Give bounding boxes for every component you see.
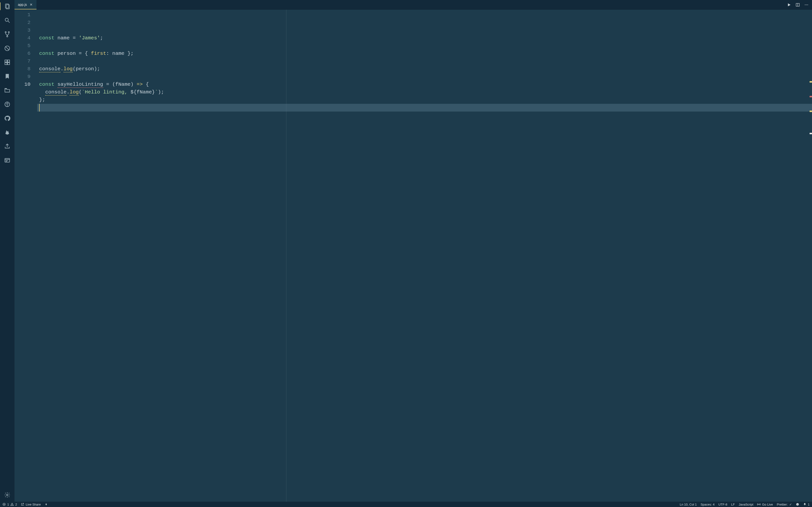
check-icon: ✓ bbox=[789, 503, 792, 506]
bookmark-icon[interactable] bbox=[3, 72, 12, 80]
svg-rect-9 bbox=[5, 60, 7, 62]
status-prettier[interactable]: Prettier: ✓ bbox=[777, 503, 792, 506]
svg-point-23 bbox=[807, 4, 808, 5]
extensions-icon[interactable] bbox=[3, 58, 12, 67]
code-line[interactable] bbox=[37, 42, 812, 50]
notifications-count: 1 bbox=[808, 503, 810, 506]
code-line[interactable]: const sayHelloLinting = (fName) => { bbox=[37, 80, 812, 89]
svg-point-30 bbox=[796, 503, 799, 506]
line-number-gutter: 12345678910 bbox=[14, 10, 37, 502]
firebase-icon[interactable] bbox=[3, 128, 12, 137]
code-line[interactable] bbox=[37, 57, 812, 65]
svg-rect-11 bbox=[5, 62, 7, 65]
svg-point-18 bbox=[6, 494, 8, 496]
code-line[interactable] bbox=[37, 73, 812, 80]
status-encoding[interactable]: UTF-8 bbox=[718, 503, 727, 506]
line-number: 7 bbox=[14, 57, 37, 65]
line-number: 3 bbox=[14, 26, 37, 34]
status-live-share[interactable]: Live Share bbox=[21, 503, 41, 506]
code-line[interactable]: console.log(person); bbox=[37, 65, 812, 73]
svg-rect-12 bbox=[7, 62, 10, 65]
overview-mark[interactable] bbox=[810, 133, 812, 134]
overview-mark[interactable] bbox=[810, 81, 812, 82]
explorer-icon[interactable] bbox=[3, 2, 12, 11]
project-manager-icon[interactable] bbox=[3, 86, 12, 95]
code-line[interactable] bbox=[37, 104, 812, 112]
more-actions-icon[interactable] bbox=[804, 3, 809, 7]
status-quick-action[interactable] bbox=[45, 503, 48, 506]
line-number: 10 bbox=[14, 80, 37, 89]
svg-point-5 bbox=[8, 32, 9, 33]
editor[interactable]: 12345678910 const name = 'James';const p… bbox=[14, 10, 812, 502]
svg-point-6 bbox=[7, 36, 8, 37]
share-icon[interactable] bbox=[3, 142, 12, 151]
search-icon[interactable] bbox=[3, 16, 12, 24]
status-cursor-position[interactable]: Ln 10, Col 1 bbox=[680, 503, 697, 506]
debug-icon[interactable] bbox=[3, 44, 12, 53]
svg-line-3 bbox=[8, 21, 10, 23]
source-control-icon[interactable] bbox=[3, 30, 12, 39]
git-graph-icon[interactable] bbox=[3, 100, 12, 109]
activity-bar bbox=[0, 0, 14, 502]
svg-rect-10 bbox=[7, 60, 10, 62]
code-line[interactable]: const name = 'James'; bbox=[37, 34, 812, 42]
overview-mark[interactable] bbox=[810, 111, 812, 112]
line-number: 4 bbox=[14, 34, 37, 42]
status-feedback[interactable] bbox=[796, 503, 799, 506]
status-bar: 1 2 Live Share Ln 10, Col 1 Spaces: 4 UT… bbox=[0, 502, 812, 507]
svg-point-29 bbox=[759, 504, 759, 505]
status-eol[interactable]: LF bbox=[731, 503, 735, 506]
svg-line-8 bbox=[5, 46, 9, 50]
svg-point-28 bbox=[12, 505, 12, 505]
svg-point-2 bbox=[5, 18, 8, 21]
status-go-live[interactable]: Go Live bbox=[757, 503, 773, 506]
status-language-mode[interactable]: JavaScript bbox=[739, 503, 754, 506]
line-number: 8 bbox=[14, 65, 37, 73]
overview-ruler[interactable] bbox=[809, 10, 812, 502]
overview-mark[interactable] bbox=[810, 96, 812, 97]
svg-point-21 bbox=[805, 4, 806, 5]
live-share-label: Live Share bbox=[26, 503, 41, 506]
status-indentation[interactable]: Spaces: 4 bbox=[701, 503, 715, 506]
status-notifications[interactable]: 1 bbox=[803, 503, 810, 506]
code-area[interactable]: const name = 'James';const person = { fi… bbox=[37, 10, 812, 502]
warnings-count: 2 bbox=[15, 503, 17, 506]
settings-gear-icon[interactable] bbox=[3, 491, 12, 499]
code-line[interactable]: const person = { first: name }; bbox=[37, 50, 812, 57]
github-icon[interactable] bbox=[3, 114, 12, 123]
status-problems[interactable]: 1 2 bbox=[2, 503, 17, 506]
line-number: 6 bbox=[14, 50, 37, 57]
line-number: 9 bbox=[14, 73, 37, 80]
line-number: 1 bbox=[14, 11, 37, 19]
line-number: 5 bbox=[14, 42, 37, 50]
svg-point-22 bbox=[806, 4, 807, 5]
svg-point-4 bbox=[5, 32, 6, 33]
run-icon[interactable] bbox=[787, 3, 791, 7]
tab-bar: app.js ✕ bbox=[14, 0, 812, 10]
browser-preview-icon[interactable] bbox=[3, 156, 12, 165]
text-cursor bbox=[39, 104, 40, 112]
line-number: 2 bbox=[14, 19, 37, 26]
code-line[interactable]: console.log(`Hello linting, ${fName}`); bbox=[37, 89, 812, 96]
tab-label: app.js bbox=[18, 3, 27, 6]
errors-count: 1 bbox=[7, 503, 9, 506]
code-line[interactable]: }; bbox=[37, 96, 812, 104]
tab-app-js[interactable]: app.js ✕ bbox=[14, 0, 37, 9]
close-icon[interactable]: ✕ bbox=[29, 3, 33, 6]
split-editor-icon[interactable] bbox=[796, 3, 800, 7]
